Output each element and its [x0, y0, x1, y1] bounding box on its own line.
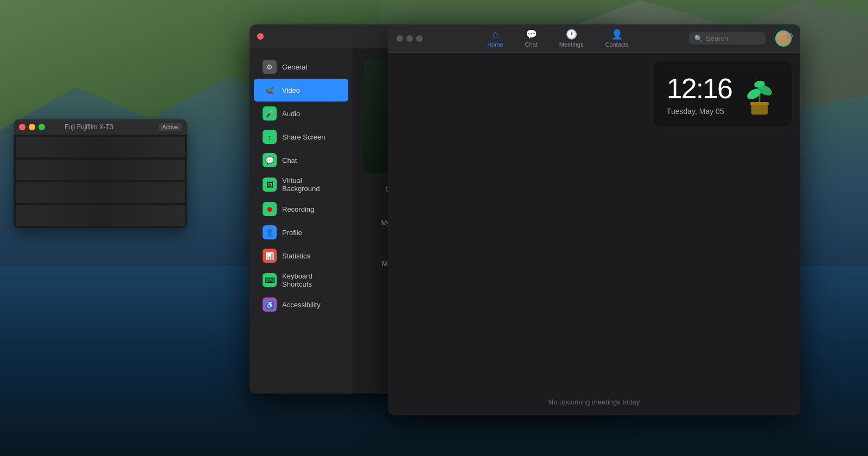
sidebar-item-recording[interactable]: ⏺ Recording — [254, 198, 348, 220]
sidebar-item-audio[interactable]: 🎤 Audio — [254, 102, 348, 125]
maximize-button[interactable] — [39, 124, 45, 130]
search-icon: 🔍 — [694, 35, 703, 42]
zoom-max-dot — [416, 35, 423, 42]
settings-sidebar: ⚙ General 📹 Video 🎤 Audio ↑ Share Screen… — [250, 48, 353, 394]
sidebar-label-chat: Chat — [282, 156, 297, 164]
zoom-home-panel: 12:16 Tuesday, May 05 — [388, 53, 800, 415]
zoom-main-window: ⌂ Home 💬 Chat 🕐 Meetings 👤 Contacts 🔍 ⚙ — [388, 24, 800, 415]
sidebar-label-video: Video — [282, 86, 300, 94]
sidebar-label-audio: Audio — [282, 110, 300, 118]
nav-home[interactable]: ⌂ Home — [476, 27, 514, 50]
nav-contacts[interactable]: 👤 Contacts — [594, 27, 639, 50]
general-icon: ⚙ — [263, 60, 277, 74]
minimize-button[interactable] — [29, 124, 35, 130]
sidebar-label-virtual-background: Virtual Background — [282, 176, 340, 193]
nav-chat[interactable]: 💬 Chat — [514, 27, 548, 50]
zoom-search-bar[interactable]: 🔍 — [689, 32, 765, 45]
sidebar-label-general: General — [282, 63, 307, 71]
contacts-nav-icon: 👤 — [611, 29, 623, 40]
camera-strip-3 — [16, 182, 185, 203]
sidebar-item-accessibility[interactable]: ♿ Accessibility — [254, 293, 348, 316]
sidebar-item-video[interactable]: 📹 Video — [254, 79, 348, 102]
chat-icon: 💬 — [263, 153, 277, 167]
sidebar-label-statistics: Statistics — [282, 252, 310, 260]
clock-date: Tuesday, May 05 — [667, 107, 732, 116]
home-lower: No upcoming meetings today — [388, 388, 800, 415]
no-meetings-text: No upcoming meetings today — [548, 398, 640, 406]
camera-titlebar: Fuji Fujifilm X-T3 Active — [14, 119, 187, 135]
home-icon: ⌂ — [492, 29, 498, 40]
meetings-nav-icon: 🕐 — [566, 29, 577, 40]
close-button[interactable] — [19, 124, 25, 130]
nav-chat-label: Chat — [525, 41, 538, 48]
zoom-nav: ⌂ Home 💬 Chat 🕐 Meetings 👤 Contacts — [476, 27, 640, 50]
sidebar-label-profile: Profile — [282, 229, 302, 237]
plant-icon — [741, 72, 778, 116]
sidebar-item-profile[interactable]: 👤 Profile — [254, 221, 348, 244]
sidebar-item-keyboard-shortcuts[interactable]: ⌨ Keyboard Shortcuts — [254, 268, 348, 293]
settings-close-button[interactable] — [257, 33, 264, 40]
audio-icon: 🎤 — [263, 106, 277, 121]
video-icon: 📹 — [263, 83, 277, 97]
sidebar-label-share-screen: Share Screen — [282, 133, 326, 141]
sidebar-label-accessibility: Accessibility — [282, 301, 321, 309]
clock-text-block: 12:16 Tuesday, May 05 — [667, 72, 732, 116]
nav-home-label: Home — [487, 41, 503, 48]
chat-nav-icon: 💬 — [526, 29, 537, 40]
statistics-icon: 📊 — [263, 249, 277, 263]
zoom-close-dot — [397, 35, 403, 42]
search-input[interactable] — [706, 34, 760, 42]
camera-content — [14, 135, 187, 228]
zoom-titlebar: ⌂ Home 💬 Chat 🕐 Meetings 👤 Contacts 🔍 ⚙ — [388, 24, 800, 53]
sidebar-label-keyboard-shortcuts: Keyboard Shortcuts — [282, 272, 340, 288]
clock-time: 12:16 — [667, 72, 732, 105]
zoom-traffic-lights — [397, 35, 423, 42]
camera-strip-1 — [16, 137, 185, 157]
camera-strip-2 — [16, 160, 185, 180]
sidebar-item-general[interactable]: ⚙ General — [254, 55, 348, 78]
zoom-min-dot — [406, 35, 413, 42]
camera-strip-4 — [16, 205, 185, 226]
nav-meetings-label: Meetings — [559, 41, 584, 48]
clock-widget: 12:16 Tuesday, May 05 — [654, 61, 792, 126]
profile-icon: 👤 — [263, 225, 277, 239]
home-upper: 12:16 Tuesday, May 05 — [388, 53, 800, 388]
gear-icon[interactable]: ⚙ — [786, 31, 794, 41]
sidebar-item-chat[interactable]: 💬 Chat — [254, 149, 348, 172]
sidebar-item-virtual-background[interactable]: 🖼 Virtual Background — [254, 172, 348, 197]
keyboard-shortcuts-icon: ⌨ — [263, 273, 277, 287]
share-screen-icon: ↑ — [263, 130, 277, 144]
sidebar-item-statistics[interactable]: 📊 Statistics — [254, 244, 348, 267]
nav-contacts-label: Contacts — [605, 41, 628, 48]
accessibility-icon: ♿ — [263, 297, 277, 312]
svg-rect-1 — [750, 102, 769, 105]
recording-icon: ⏺ — [263, 202, 277, 216]
zoom-content: 12:16 Tuesday, May 05 — [388, 53, 800, 415]
active-badge: Active — [159, 123, 182, 131]
sidebar-label-recording: Recording — [282, 205, 314, 213]
virtual-background-icon: 🖼 — [263, 178, 277, 192]
sidebar-item-share-screen[interactable]: ↑ Share Screen — [254, 125, 348, 148]
camera-window: Fuji Fujifilm X-T3 Active — [14, 119, 187, 228]
camera-window-title: Fuji Fujifilm X-T3 — [65, 123, 113, 131]
nav-meetings[interactable]: 🕐 Meetings — [548, 27, 595, 50]
